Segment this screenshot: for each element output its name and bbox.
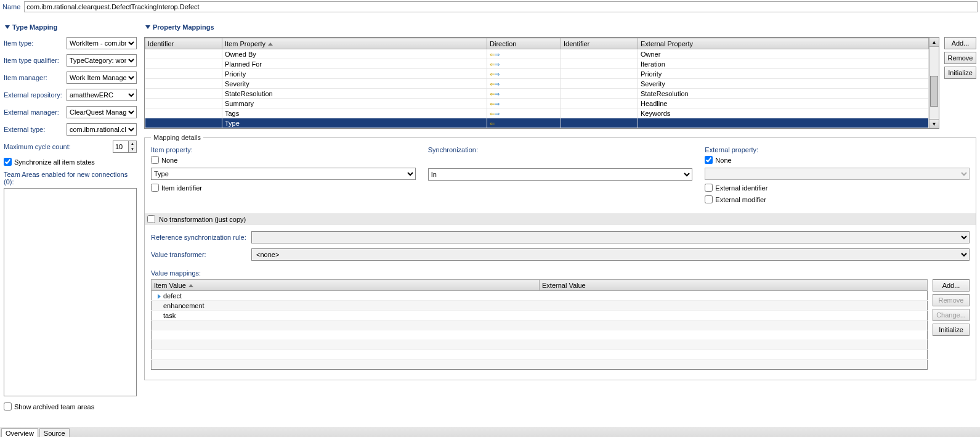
item-identifier-label: Item identifier: [161, 184, 202, 192]
ref-sync-rule-label: Reference synchronization rule:: [151, 234, 246, 241]
arrow-out-icon: ⇒: [495, 61, 500, 68]
external-identifier-checkbox[interactable]: [705, 184, 713, 192]
arrow-out-icon: ⇒: [495, 91, 500, 97]
item-property-select[interactable]: Type: [151, 168, 416, 180]
table-row[interactable]: Type⇐: [145, 118, 929, 128]
table-row[interactable]: Summary⇐⇒Headline: [145, 99, 929, 108]
value-transformer-label: Value transformer:: [151, 251, 246, 258]
table-row[interactable]: Owned By⇐⇒Owner: [145, 49, 929, 59]
arrow-in-icon: ⇐: [490, 120, 495, 127]
table-row[interactable]: [152, 321, 928, 330]
table-row[interactable]: [152, 340, 928, 350]
max-cycle-input[interactable]: [113, 141, 128, 152]
sync-all-checkbox[interactable]: [4, 158, 12, 166]
external-manager-label: External manager:: [4, 108, 67, 116]
scroll-down-icon[interactable]: ▼: [929, 119, 939, 128]
property-table-scrollbar[interactable]: ▲ ▼: [929, 38, 939, 128]
property-mappings-title: Property Mappings: [153, 23, 214, 31]
vm-add-button[interactable]: Add...: [933, 279, 970, 292]
show-archived-checkbox[interactable]: [4, 402, 12, 410]
table-row[interactable]: enhancement: [152, 301, 928, 311]
table-row[interactable]: Planned For⇐⇒Iteration: [145, 59, 929, 69]
external-none-checkbox[interactable]: [705, 156, 713, 164]
external-repo-label: External repository:: [4, 91, 67, 99]
marker-icon: [158, 294, 161, 299]
arrow-out-icon: ⇒: [495, 110, 500, 117]
col-external-value[interactable]: External Value: [540, 280, 928, 291]
vm-change-button: Change...: [933, 309, 970, 321]
remove-button[interactable]: Remove: [944, 52, 976, 64]
spinner-down-icon[interactable]: ▼: [129, 147, 136, 152]
type-mapping-header[interactable]: Type Mapping: [4, 20, 137, 37]
scroll-thumb[interactable]: [930, 76, 938, 107]
arrow-in-icon: ⇐: [490, 71, 495, 78]
max-cycle-label: Maximum cycle count:: [4, 143, 113, 150]
external-manager-select[interactable]: ClearQuest Manage: [67, 106, 137, 118]
add-button[interactable]: Add...: [944, 37, 976, 49]
external-modifier-checkbox[interactable]: [705, 195, 713, 203]
initialize-button[interactable]: Initialize: [944, 67, 976, 79]
arrow-out-icon: ⇒: [495, 81, 500, 88]
item-type-qualifier-label: Item type qualifier:: [4, 57, 67, 64]
max-cycle-spinner[interactable]: ▲ ▼: [113, 141, 137, 153]
property-mappings-header[interactable]: Property Mappings: [144, 20, 976, 37]
col-identifier2[interactable]: Identifier: [561, 38, 638, 49]
col-item-property[interactable]: Item Property: [222, 38, 487, 49]
external-identifier-label: External identifier: [715, 184, 767, 192]
arrow-in-icon: ⇐: [490, 110, 495, 117]
tab-overview[interactable]: Overview: [1, 428, 38, 437]
external-property-select: [705, 168, 970, 180]
table-row[interactable]: task: [152, 311, 928, 321]
name-input[interactable]: [24, 1, 978, 12]
table-row[interactable]: Severity⇐⇒Severity: [145, 79, 929, 89]
synchronization-select[interactable]: In: [428, 168, 693, 181]
arrow-out-icon: ⇒: [495, 71, 500, 78]
vm-remove-button: Remove: [933, 294, 970, 306]
value-transformer-select[interactable]: <none>: [251, 248, 970, 261]
col-identifier[interactable]: Identifier: [145, 38, 222, 49]
spinner-up-icon[interactable]: ▲: [129, 141, 136, 147]
external-none-label: None: [715, 157, 731, 164]
arrow-in-icon: ⇐: [490, 100, 495, 107]
table-row[interactable]: Priority⇐⇒Priority: [145, 69, 929, 79]
show-archived-label: Show archived team areas: [14, 403, 94, 410]
external-type-label: External type:: [4, 126, 67, 133]
item-property-label: Item property:: [151, 146, 416, 153]
item-manager-label: Item manager:: [4, 74, 67, 81]
item-property-none-checkbox[interactable]: [151, 156, 159, 164]
bottom-tabs: Overview Source: [0, 427, 980, 437]
external-repo-select[interactable]: amatthewERC: [67, 89, 137, 101]
team-areas-label: Team Areas enabled for new connections (…: [4, 171, 137, 186]
sort-asc-icon: [268, 43, 273, 46]
arrow-in-icon: ⇐: [490, 91, 495, 97]
arrow-out-icon: ⇒: [495, 51, 500, 58]
table-row[interactable]: [152, 330, 928, 340]
table-row[interactable]: [152, 360, 928, 370]
item-type-qualifier-select[interactable]: TypeCategory: wor: [67, 54, 137, 67]
col-direction[interactable]: Direction: [487, 38, 561, 49]
property-mappings-table[interactable]: Identifier Item Property Direction Ident…: [145, 38, 929, 128]
col-item-value[interactable]: Item Value: [152, 280, 540, 291]
team-areas-list[interactable]: [4, 188, 137, 396]
item-type-select[interactable]: WorkItem - com.ibm: [67, 37, 137, 49]
arrow-in-icon: ⇐: [490, 81, 495, 88]
item-identifier-checkbox[interactable]: [151, 184, 159, 192]
no-transform-checkbox[interactable]: [147, 215, 155, 223]
arrow-out-icon: ⇒: [495, 100, 500, 107]
table-row[interactable]: StateResolution⇐⇒StateResolution: [145, 89, 929, 99]
synchronization-label: Synchronization:: [428, 146, 693, 153]
sync-all-label: Synchronize all item states: [14, 158, 95, 166]
table-row[interactable]: [152, 350, 928, 360]
ref-sync-rule-select[interactable]: [251, 231, 970, 243]
table-row[interactable]: Tags⇐⇒Keywords: [145, 108, 929, 118]
table-row[interactable]: defect: [152, 291, 928, 301]
col-external-property[interactable]: External Property: [638, 38, 929, 49]
arrow-in-icon: ⇐: [490, 51, 495, 58]
mapping-details-group: Mapping details Item property: None Type…: [144, 134, 976, 380]
external-type-select[interactable]: com.ibm.rational.cle: [67, 123, 137, 136]
scroll-up-icon[interactable]: ▲: [929, 38, 939, 47]
vm-initialize-button[interactable]: Initialize: [933, 324, 970, 336]
value-mappings-table[interactable]: Item Value External Value defectenhancem…: [151, 279, 928, 370]
tab-source[interactable]: Source: [39, 428, 70, 437]
item-manager-select[interactable]: Work Item Manager: [67, 71, 137, 84]
